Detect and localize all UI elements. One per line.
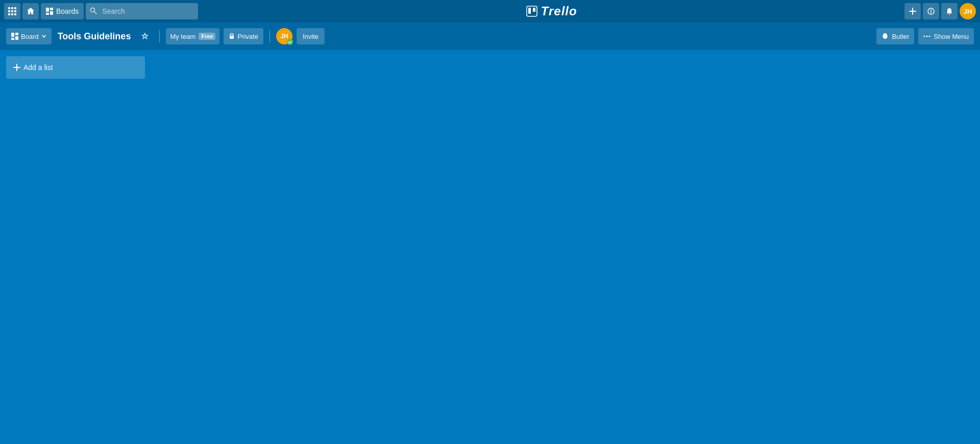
add-list-label: Add a list bbox=[23, 63, 53, 72]
invite-button[interactable]: Invite bbox=[297, 28, 325, 44]
add-icon bbox=[909, 8, 916, 15]
member-initials: JH bbox=[280, 33, 288, 40]
svg-rect-7 bbox=[11, 13, 13, 15]
team-button[interactable]: My team Free bbox=[166, 28, 219, 44]
member-status-badge bbox=[287, 39, 293, 45]
search-wrapper bbox=[86, 3, 198, 19]
svg-point-22 bbox=[930, 9, 932, 10]
svg-rect-23 bbox=[11, 33, 14, 37]
svg-rect-26 bbox=[15, 36, 18, 40]
boards-button[interactable]: Boards bbox=[41, 3, 84, 19]
svg-rect-1 bbox=[11, 7, 13, 9]
star-icon bbox=[141, 33, 149, 40]
private-label: Private bbox=[237, 33, 258, 40]
svg-rect-8 bbox=[14, 13, 16, 15]
show-menu-label: Show Menu bbox=[934, 33, 969, 40]
nav-right: JH bbox=[904, 3, 976, 19]
info-button[interactable] bbox=[923, 3, 939, 19]
svg-rect-0 bbox=[8, 7, 10, 9]
svg-point-28 bbox=[924, 36, 925, 37]
star-button[interactable] bbox=[137, 28, 153, 44]
svg-rect-9 bbox=[46, 8, 49, 12]
trello-logo: Trello bbox=[526, 4, 577, 18]
dots-icon bbox=[923, 35, 930, 37]
svg-rect-12 bbox=[50, 11, 53, 15]
svg-rect-11 bbox=[46, 13, 49, 15]
invite-label: Invite bbox=[303, 33, 318, 40]
lock-icon bbox=[229, 33, 235, 39]
home-button[interactable] bbox=[22, 3, 39, 19]
user-avatar[interactable]: JH bbox=[960, 3, 976, 19]
butler-button[interactable]: Butler bbox=[876, 28, 914, 44]
home-icon bbox=[27, 7, 35, 15]
board-icon bbox=[11, 33, 18, 40]
notification-icon bbox=[946, 8, 953, 15]
search-input[interactable] bbox=[86, 3, 198, 19]
chevron-down-icon bbox=[41, 34, 46, 39]
svg-rect-16 bbox=[528, 8, 531, 14]
private-button[interactable]: Private bbox=[224, 28, 263, 44]
header-right: Butler Show Menu bbox=[876, 28, 974, 44]
svg-rect-24 bbox=[15, 33, 18, 35]
info-icon bbox=[927, 8, 935, 15]
svg-point-29 bbox=[926, 36, 928, 37]
butler-label: Butler bbox=[892, 33, 909, 40]
add-button[interactable] bbox=[904, 3, 921, 19]
member-avatar[interactable]: JH bbox=[276, 28, 292, 44]
avatar-initials: JH bbox=[964, 8, 972, 15]
divider-1 bbox=[159, 30, 160, 42]
trello-logo-icon bbox=[526, 5, 538, 17]
butler-icon bbox=[881, 33, 889, 40]
plus-icon bbox=[13, 64, 20, 71]
free-badge: Free bbox=[199, 33, 215, 40]
board-content: Add a list bbox=[0, 50, 980, 444]
svg-rect-4 bbox=[11, 10, 13, 12]
board-header: Board Tools Guidelines My team Free Priv… bbox=[0, 22, 980, 50]
svg-point-30 bbox=[929, 36, 930, 37]
board-menu-button[interactable]: Board bbox=[6, 28, 52, 44]
show-menu-button[interactable]: Show Menu bbox=[918, 28, 974, 44]
top-navigation: Boards Trello bbox=[0, 0, 980, 22]
divider-2 bbox=[270, 30, 270, 42]
team-label: My team bbox=[170, 33, 195, 40]
boards-label: Boards bbox=[56, 7, 79, 15]
svg-rect-27 bbox=[230, 36, 234, 39]
board-menu-label: Board bbox=[21, 33, 39, 40]
svg-rect-3 bbox=[8, 10, 10, 12]
notification-button[interactable] bbox=[941, 3, 958, 19]
svg-rect-5 bbox=[14, 10, 16, 12]
svg-rect-10 bbox=[50, 8, 53, 10]
svg-rect-25 bbox=[11, 38, 14, 40]
svg-rect-17 bbox=[533, 8, 535, 12]
board-title: Tools Guidelines bbox=[56, 31, 133, 42]
boards-icon bbox=[46, 8, 53, 15]
grid-icon bbox=[8, 7, 16, 15]
nav-center: Trello bbox=[200, 4, 902, 18]
svg-rect-2 bbox=[14, 7, 16, 9]
grid-menu-button[interactable] bbox=[4, 3, 20, 19]
svg-rect-6 bbox=[8, 13, 10, 15]
add-list-button[interactable]: Add a list bbox=[6, 56, 145, 79]
trello-wordmark: Trello bbox=[541, 4, 577, 18]
